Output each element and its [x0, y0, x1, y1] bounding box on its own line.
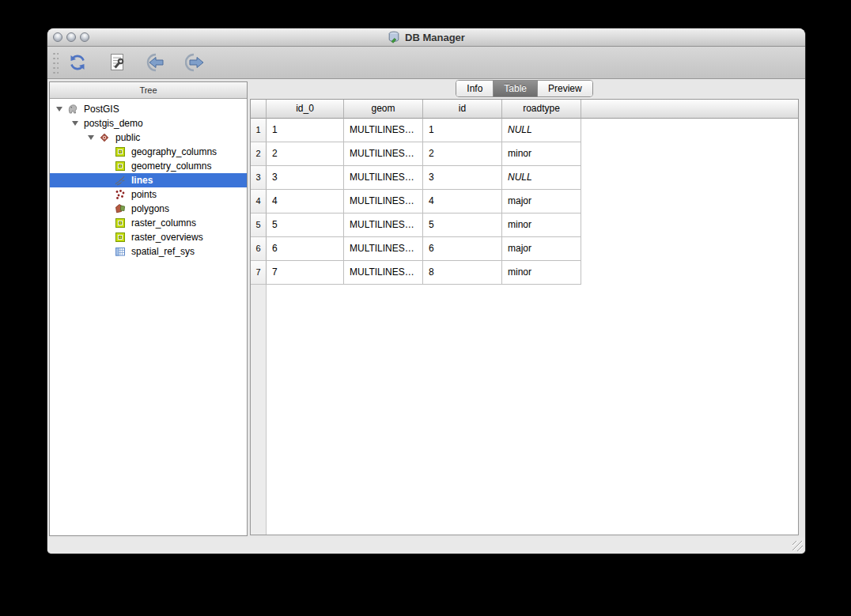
sql-window-button[interactable] [103, 49, 131, 76]
tab-info[interactable]: Info [456, 81, 494, 96]
table-row: 77MULTILINES…8minor [251, 261, 798, 285]
db-manager-app-icon [388, 31, 401, 43]
toolbar-drag-handle[interactable] [51, 50, 59, 75]
tree-item-postgis_demo[interactable]: postgis_demo [50, 116, 247, 130]
column-header-geom[interactable]: geom [344, 100, 423, 119]
sql-window-icon [108, 52, 127, 73]
table-icon [114, 160, 127, 172]
table-row: 22MULTILINES…2minor [251, 142, 798, 166]
cell-id[interactable]: 1 [423, 119, 502, 142]
table-corner-header[interactable] [251, 100, 267, 119]
cell-id[interactable]: 6 [423, 237, 502, 261]
toolbar [47, 47, 805, 79]
tree-item-label: raster_overviews [130, 232, 203, 243]
tree-item-public[interactable]: public [50, 130, 247, 145]
cell-id_0[interactable]: 5 [267, 214, 344, 237]
resize-grip[interactable] [792, 541, 803, 551]
tree-item-geometry_columns[interactable]: geometry_columns [50, 159, 247, 173]
export-icon [185, 53, 207, 72]
row-number-gutter [251, 285, 267, 535]
tree-item-geography_columns[interactable]: geography_columns [50, 145, 247, 159]
tree-item-PostGIS[interactable]: PostGIS [50, 102, 247, 116]
tree-item-spatial_ref_sys[interactable]: spatial_ref_sys [50, 244, 247, 259]
tree-item-label: points [130, 189, 157, 200]
table-row: 44MULTILINES…4major [251, 190, 798, 214]
polygon-layer-icon [114, 202, 127, 215]
cell-roadtype[interactable]: minor [502, 142, 581, 166]
refresh-button[interactable] [63, 49, 92, 76]
tree-item-lines[interactable]: lines [50, 173, 247, 187]
cell-id[interactable]: 5 [423, 214, 502, 237]
cell-id_0[interactable]: 2 [267, 142, 344, 166]
cell-id_0[interactable]: 7 [267, 261, 344, 285]
table-row: 33MULTILINES…3NULL [251, 166, 798, 190]
row-number[interactable]: 2 [251, 142, 267, 166]
titlebar[interactable]: DB Manager [47, 28, 805, 47]
row-number[interactable]: 6 [251, 237, 267, 261]
tree-item-label: geometry_columns [130, 161, 211, 172]
cell-id_0[interactable]: 1 [267, 119, 344, 142]
cell-roadtype[interactable]: NULL [502, 166, 581, 190]
table-panel: id_0geomidroadtype11MULTILINES…1NULL22MU… [250, 99, 799, 535]
tree-item-label: public [114, 132, 140, 143]
schema-icon [98, 131, 111, 144]
export-file-button[interactable] [182, 49, 210, 76]
cell-id[interactable]: 4 [423, 190, 502, 214]
postgis-icon [66, 103, 79, 115]
line-layer-icon [114, 174, 127, 187]
expand-arrow-icon[interactable] [84, 135, 98, 140]
table-icon [114, 145, 127, 158]
database-tree: PostGISpostgis_demopublicgeography_colum… [50, 99, 247, 535]
tab-table[interactable]: Table [494, 81, 538, 96]
import-layer-button[interactable] [142, 49, 171, 76]
view-tabs: InfoTablePreview [456, 80, 592, 97]
title-area: DB Manager [47, 28, 805, 46]
expand-arrow-icon[interactable] [68, 121, 82, 126]
tree-item-points[interactable]: points [50, 187, 247, 202]
cell-id_0[interactable]: 3 [267, 166, 344, 190]
tab-preview[interactable]: Preview [538, 81, 592, 96]
cell-id[interactable]: 8 [423, 261, 502, 285]
refresh-icon [67, 52, 88, 73]
table-row: 66MULTILINES…6major [251, 237, 798, 261]
table-row: 11MULTILINES…1NULL [251, 119, 798, 142]
cell-id_0[interactable]: 4 [267, 190, 344, 214]
main-content: Tree PostGISpostgis_demopublicgeography_… [47, 79, 805, 538]
tree-item-raster_overviews[interactable]: raster_overviews [50, 230, 247, 244]
cell-geom[interactable]: MULTILINES… [344, 119, 423, 142]
cell-id_0[interactable]: 6 [267, 237, 344, 261]
cell-geom[interactable]: MULTILINES… [344, 261, 423, 285]
row-number[interactable]: 7 [251, 261, 267, 285]
row-number[interactable]: 4 [251, 190, 267, 214]
cell-geom[interactable]: MULTILINES… [344, 190, 423, 214]
cell-geom[interactable]: MULTILINES… [344, 237, 423, 261]
cell-roadtype[interactable]: minor [502, 214, 581, 237]
cell-roadtype[interactable]: major [502, 237, 581, 261]
cell-geom[interactable]: MULTILINES… [344, 214, 423, 237]
status-bar [47, 538, 805, 554]
tree-panel-header: Tree [50, 82, 247, 99]
column-header-roadtype[interactable]: roadtype [502, 100, 581, 119]
header-filler [581, 100, 798, 119]
tree-item-raster_columns[interactable]: raster_columns [50, 216, 247, 230]
cell-geom[interactable]: MULTILINES… [344, 166, 423, 190]
row-number[interactable]: 1 [251, 119, 267, 142]
column-header-id_0[interactable]: id_0 [267, 100, 344, 119]
tree-item-polygons[interactable]: polygons [50, 202, 247, 216]
cell-roadtype[interactable]: NULL [502, 119, 581, 142]
cell-geom[interactable]: MULTILINES… [344, 142, 423, 166]
tree-item-label: lines [130, 175, 153, 186]
spatial-table-icon [114, 245, 127, 258]
row-number[interactable]: 3 [251, 166, 267, 190]
view-tabs-row: InfoTablePreview [250, 80, 799, 97]
row-number[interactable]: 5 [251, 214, 267, 237]
db-manager-window: DB Manager Tree PostGISpostgis_demopubli… [47, 28, 805, 554]
expand-arrow-icon[interactable] [52, 107, 66, 111]
cell-id[interactable]: 2 [423, 142, 502, 166]
table-row: 55MULTILINES…5minor [251, 214, 798, 237]
cell-roadtype[interactable]: major [502, 190, 581, 214]
tree-panel: Tree PostGISpostgis_demopublicgeography_… [49, 81, 248, 536]
cell-roadtype[interactable]: minor [502, 261, 581, 285]
cell-id[interactable]: 3 [423, 166, 502, 190]
column-header-id[interactable]: id [423, 100, 502, 119]
